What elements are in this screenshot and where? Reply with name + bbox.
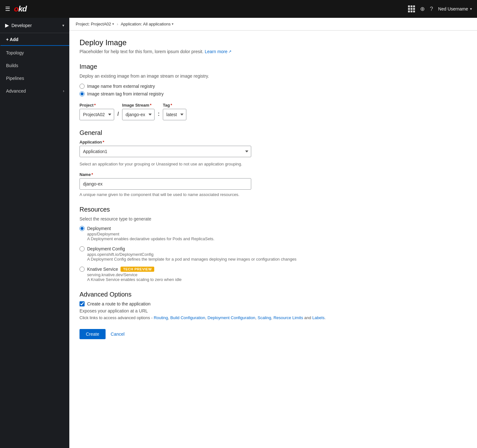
deployment-config-link[interactable]: Deployment Configuration [208,315,255,320]
image-section-desc: Deploy an existing image from an image s… [80,74,333,79]
sidebar-item-builds[interactable]: Builds [0,59,69,72]
content-area: Project: ProjectA02 ▾ › Application: All… [69,18,477,448]
sidebar-pipelines-label: Pipelines [6,76,24,81]
image-section-title: Image [80,63,333,70]
tag-field: Tag* latest [163,103,186,120]
apps-grid-icon[interactable] [408,5,415,12]
imagestream-select[interactable]: django-ex [122,109,155,120]
top-nav: ☰ okd ⊕ ? Ned Username ▾ [0,0,477,18]
developer-selector-chevron: ▾ [62,23,64,28]
help-icon[interactable]: ? [430,6,433,12]
deploymentconfig-desc: A Deployment Config defines the template… [87,257,333,262]
breadcrumb-project-label: Project: ProjectA02 [76,22,111,26]
deploymentconfig-api: apps.openshift.io/DeploymentConfig [87,252,333,257]
application-label: Application* [80,140,333,144]
resources-section: Resources Select the resource type to ge… [80,206,333,282]
sidebar-item-add[interactable]: + Add [0,33,69,46]
create-button[interactable]: Create [80,329,106,339]
project-select[interactable]: ProjectA02 [80,109,114,120]
deployment-desc: A Deployment enables declarative updates… [87,236,333,241]
radio-deployment-input[interactable] [80,226,85,231]
tag-label: Tag* [163,103,186,108]
scaling-link[interactable]: Scaling [258,315,271,320]
deployment-api: apps/Deployment [87,232,333,236]
breadcrumb-project[interactable]: Project: ProjectA02 ▾ [76,22,114,26]
hamburger-menu-icon[interactable]: ☰ [5,5,10,12]
radio-external-registry[interactable]: Image name from external registry [80,84,333,89]
radio-deployment-label: Deployment [87,226,111,231]
learn-more-link[interactable]: Learn more ↗ [205,49,232,54]
name-input[interactable] [80,178,251,190]
application-select[interactable]: Application1 [80,146,251,157]
breadcrumb-application-chevron: ▾ [172,22,174,26]
links-suffix: and [304,315,312,320]
resources-section-title: Resources [80,206,333,213]
sidebar-add-label: + Add [6,37,18,42]
add-icon[interactable]: ⊕ [420,5,425,12]
radio-deploymentconfig-input[interactable] [80,246,85,251]
advanced-links-text: Click links to access advanced options -… [80,315,333,320]
user-menu-chevron: ▾ [470,7,472,11]
breadcrumb-application[interactable]: Application: All applications ▾ [121,22,174,26]
build-config-link[interactable]: Build Configuration [170,315,205,320]
labels-link[interactable]: Labels [312,315,324,320]
radio-internal-registry[interactable]: Image stream tag from internal registry [80,91,333,96]
application-select-wrap: Application1 [80,146,333,157]
okd-logo-text: okd [14,4,27,13]
user-menu[interactable]: Ned Username ▾ [438,6,472,11]
create-route-checkbox[interactable] [80,301,85,306]
deploy-image-form: Deploy Image Placeholder for help text f… [69,31,343,352]
tech-preview-badge: Tech Preview [121,267,154,272]
username-label: Ned Username [438,6,468,11]
routing-link[interactable]: Routing [154,315,168,320]
radio-external-input[interactable] [80,84,85,89]
imagestream-field: Image Stream* django-ex [122,103,155,120]
nav-right: ⊕ ? Ned Username ▾ [408,5,472,12]
knative-desc: A Knative Service enables scaling to zer… [87,277,333,282]
page-title: Deploy Image [80,38,333,47]
imagestream-label: Image Stream* [122,103,155,108]
sidebar-item-advanced[interactable]: Advanced › [0,85,69,97]
name-hint: A unique name given to the component tha… [80,192,333,197]
project-field: Project* ProjectA02 [80,103,114,120]
app-logo: okd [14,4,27,13]
project-label: Project* [80,103,114,108]
knative-api: serving.knative.dev/Service [87,272,333,277]
image-source-radio-group: Image name from external registry Image … [80,84,333,96]
breadcrumb: Project: ProjectA02 ▾ › Application: All… [69,18,477,31]
general-section-title: General [80,129,333,136]
sidebar-item-topology[interactable]: Topology [0,46,69,59]
sidebar-item-pipelines[interactable]: Pipelines [0,72,69,85]
sidebar-advanced-chevron: › [63,89,64,93]
sidebar-topology-label: Topology [6,50,24,55]
action-buttons: Create Cancel [80,329,333,339]
breadcrumb-application-label: Application: All applications [121,22,171,26]
resource-option-knative: Knative Service Tech Preview serving.kna… [80,267,333,282]
tag-select[interactable]: latest [163,109,186,120]
colon-separator: : [158,108,160,120]
resource-option-deploymentconfig: Deployment Config apps.openshift.io/Depl… [80,246,333,262]
cancel-button[interactable]: Cancel [109,329,126,339]
application-hint: Select an application for your grouping … [80,162,333,166]
radio-knative-input[interactable] [80,267,85,272]
resources-description: Select the resource type to generate [80,216,333,221]
radio-deploymentconfig-label: Deployment Config [87,246,125,251]
advanced-options-title: Advanced Options [80,291,333,298]
external-link-icon: ↗ [228,49,232,54]
general-section: General Application* Application1 Select… [80,129,333,197]
sidebar: ▶ Developer ▾ + Add Topology Builds Pipe… [0,18,69,448]
image-stream-row: Project* ProjectA02 / Image Stream* djan… [80,103,333,120]
sidebar-builds-label: Builds [6,63,18,68]
sidebar-advanced-label: Advanced [6,88,26,94]
name-field-wrap: Name* A unique name given to the compone… [80,172,333,197]
radio-internal-input[interactable] [80,91,85,96]
name-label: Name* [80,172,333,177]
developer-perspective-selector[interactable]: ▶ Developer ▾ [0,18,69,33]
advanced-options-section: Advanced Options Create a route to the a… [80,291,333,320]
radio-external-label: Image name from external registry [87,84,155,89]
breadcrumb-project-chevron: ▾ [112,22,114,26]
slash-separator: / [117,108,119,120]
create-route-label: Create a route to the application [87,301,150,306]
create-route-checkbox-row: Create a route to the application [80,301,333,306]
resource-limits-link[interactable]: Resource Limits [273,315,303,320]
